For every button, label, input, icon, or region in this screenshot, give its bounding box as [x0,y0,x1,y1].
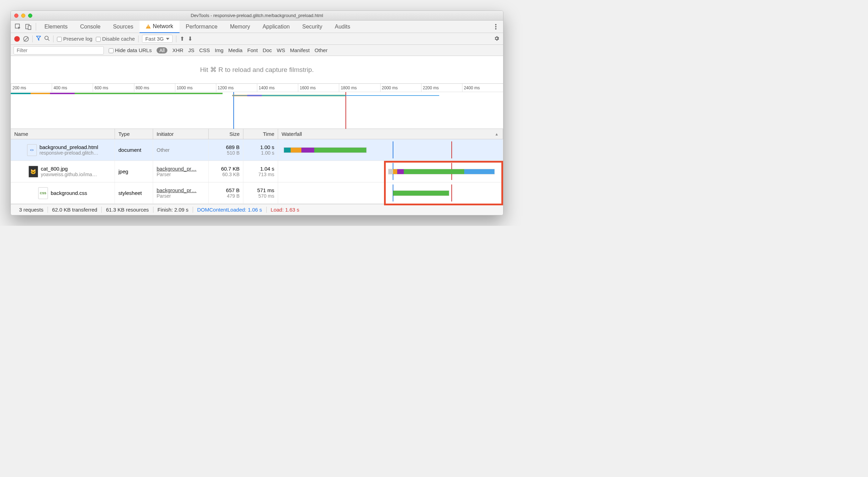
table-row[interactable]: CSSbackground.cssstylesheetbackground_pr… [11,182,503,204]
network-toolbar: Preserve log Disable cache Fast 3G ⬆ ⬇ [11,33,503,45]
tab-elements[interactable]: Elements [38,20,74,33]
filter-input[interactable] [14,46,104,55]
settings-icon[interactable] [494,35,500,42]
request-name: background_preload.html [40,144,99,150]
filter-type-all[interactable]: All [157,47,168,54]
window-title: DevTools - responsive-preload.glitch.me/… [11,13,503,18]
stat-domcontentloaded: DOMContentLoaded: 1.06 s [193,207,267,213]
filmstrip-hint: Hit ⌘ R to reload and capture filmstrip. [11,56,503,84]
tab-memory[interactable]: Memory [224,20,256,33]
tab-console[interactable]: Console [74,20,107,33]
filter-bar: Hide data URLs AllXHRJSCSSImgMediaFontDo… [11,45,503,56]
tab-application[interactable]: Application [256,20,296,33]
hide-data-urls-checkbox[interactable]: Hide data URLs [109,47,152,53]
device-toolbar-icon[interactable] [23,22,34,32]
table-row[interactable]: <>background_preload.htmlresponsive-prel… [11,139,503,161]
upload-har-icon[interactable]: ⬆ [180,35,184,42]
titlebar: DevTools - responsive-preload.glitch.me/… [11,11,503,20]
filter-type-doc[interactable]: Doc [262,47,272,53]
stat-load: Load: 1.63 s [267,207,304,213]
stat-resources: 61.3 KB resources [102,207,153,213]
timeline-overview[interactable]: 200 ms400 ms600 ms800 ms1000 ms1200 ms14… [11,84,503,129]
svg-point-3 [495,24,496,25]
svg-point-4 [495,26,496,27]
warning-icon [146,24,151,28]
stat-finish: Finish: 2.09 s [153,207,193,213]
chevron-down-icon [166,38,169,40]
table-row[interactable]: 🐱cat_800.jpgyoavweiss.github.io/ima…jpeg… [11,161,503,182]
initiator-link[interactable]: background_pr… [157,166,205,172]
record-button[interactable] [14,36,20,42]
clear-button[interactable] [23,36,29,42]
svg-point-5 [495,28,496,30]
more-icon[interactable] [491,22,501,32]
tab-sources[interactable]: Sources [107,20,140,33]
svg-rect-2 [28,26,31,30]
disable-cache-checkbox[interactable]: Disable cache [96,36,135,42]
search-icon[interactable] [44,36,50,42]
tab-security[interactable]: Security [296,20,328,33]
status-bar: 3 requests 62.0 KB transferred 61.3 KB r… [11,204,503,215]
request-domain: responsive-preload.glitch… [40,150,99,156]
download-har-icon[interactable]: ⬇ [188,35,192,42]
initiator-link[interactable]: background_pr… [157,187,205,193]
filter-type-media[interactable]: Media [228,47,243,53]
devtools-window: DevTools - responsive-preload.glitch.me/… [10,10,503,215]
filter-type-ws[interactable]: WS [277,47,285,53]
svg-point-6 [45,36,48,40]
preserve-log-checkbox[interactable]: Preserve log [57,36,92,42]
request-name: background.css [51,190,87,196]
main-tabs: ElementsConsoleSourcesNetworkPerformance… [11,20,503,33]
request-domain: yoavweiss.github.io/ima… [41,172,97,177]
inspect-icon[interactable] [13,22,23,32]
filter-type-img[interactable]: Img [215,47,223,53]
stat-transferred: 62.0 KB transferred [48,207,102,213]
throttling-select[interactable]: Fast 3G [142,35,172,43]
filter-type-manifest[interactable]: Manifest [290,47,310,53]
tab-network[interactable]: Network [140,20,180,33]
tab-audits[interactable]: Audits [328,20,356,33]
img-file-icon: 🐱 [28,166,38,178]
svg-line-7 [48,39,49,41]
filter-type-font[interactable]: Font [247,47,258,53]
css-file-icon: CSS [38,187,48,199]
tab-performance[interactable]: Performance [180,20,224,33]
filter-type-js[interactable]: JS [188,47,194,53]
network-table: Name Type Initiator Size Time Waterfall … [11,129,503,204]
table-header[interactable]: Name Type Initiator Size Time Waterfall [11,129,503,139]
filter-type-xhr[interactable]: XHR [172,47,183,53]
stat-requests: 3 requests [15,207,48,213]
html-file-icon: <> [27,144,37,156]
filter-type-other[interactable]: Other [315,47,328,53]
filter-toggle-icon[interactable] [36,36,41,42]
request-name: cat_800.jpg [41,166,97,172]
filter-type-css[interactable]: CSS [199,47,210,53]
